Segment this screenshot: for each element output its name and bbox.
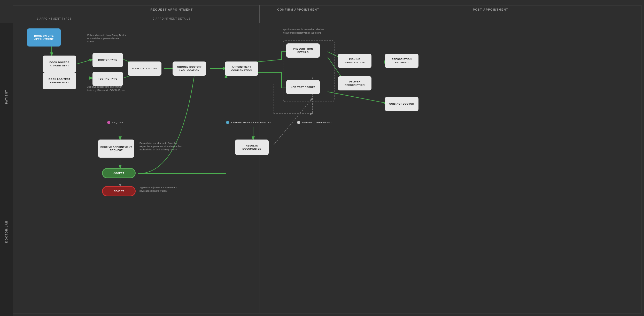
annotation-patient-choose: Patient choose to book Family Doctor or … bbox=[87, 34, 126, 43]
pickup-prescription-box: PICK-UP PRESCRIPTION bbox=[338, 54, 371, 68]
book-date-time-box: BOOK DATE & TIME bbox=[128, 61, 161, 76]
doctor-label: DOCTOR/LAB bbox=[0, 147, 13, 316]
divider-2 bbox=[260, 14, 260, 313]
diagram-container: REQUEST APPOINTMENT CONFIRM APPOINTMENT … bbox=[0, 0, 644, 316]
request-badge-dot bbox=[107, 121, 110, 124]
results-documented-box: RESULTS DOCUMENTED bbox=[235, 140, 269, 155]
annotation-doctor-accept: Doctor/Labs can choose to Accept or Reje… bbox=[139, 142, 183, 151]
appt-lab-badge-dot bbox=[226, 121, 229, 124]
finished-treatment-badge: FINISHED TREATMENT bbox=[297, 121, 332, 124]
book-onsite-box: BOOK ON-SITE APPOINTMENT bbox=[27, 28, 61, 47]
contact-doctor-box: CONTACT DOCTOR bbox=[385, 97, 418, 111]
choose-doctor-box: CHOOSE DOCTOR/ LAB LOCATION bbox=[173, 61, 206, 76]
book-doctor-box: BOOK DOCTOR APPOINTMENT bbox=[43, 56, 76, 72]
testing-type-box: TESTING TYPE bbox=[92, 72, 123, 86]
book-lab-box: BOOK LAB TEST APPOINTMENT bbox=[43, 72, 76, 89]
request-badge: REQUEST bbox=[107, 121, 125, 124]
annotation-appt-results: Appointment results depend on whether it… bbox=[283, 28, 324, 34]
row-divider bbox=[13, 124, 641, 124]
prescription-received-box: PRESCRIPTION RECEIVED bbox=[385, 54, 418, 68]
annotation-rejection: App sends rejection and recommend new su… bbox=[139, 186, 178, 192]
deliver-prescription-box: DELIVER PRESCRIPTION bbox=[338, 76, 371, 90]
appt-lab-badge: APPOINTMENT - LAB TESTING bbox=[226, 121, 272, 124]
appt-confirmation-box: APPOINTMENT CONFIRMATION bbox=[225, 61, 258, 76]
prescription-details-box: PRESCRIPTION DETAILS bbox=[286, 43, 320, 58]
annotation-app-suggestions: App give suggestions on common tests e.g… bbox=[87, 85, 126, 92]
row-labels-container: PATIENT DOCTOR/LAB bbox=[0, 23, 13, 316]
patient-label: PATIENT bbox=[0, 47, 13, 147]
accept-box: ACCEPT bbox=[102, 168, 136, 178]
receive-appt-box: RECEIVE APPOINTMENT REQUEST bbox=[98, 140, 134, 158]
divider-1 bbox=[84, 14, 84, 313]
reject-box: REJECT bbox=[102, 186, 136, 196]
doctor-type-box: DOCTOR TYPE bbox=[92, 53, 123, 67]
lab-test-result-box: LAB TEST RESULT bbox=[286, 80, 320, 94]
finished-badge-dot bbox=[297, 121, 300, 124]
divider-3 bbox=[337, 14, 337, 313]
